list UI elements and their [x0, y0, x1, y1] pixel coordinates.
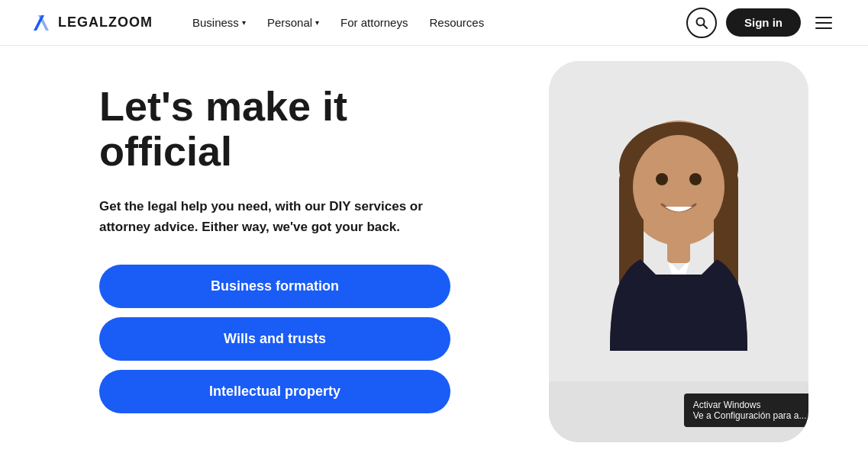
svg-point-10	[656, 173, 668, 185]
logo-text: LEGALZOOM	[58, 14, 153, 31]
activation-overlay: Activar Windows Ve a Configuración para …	[684, 394, 808, 427]
nav-for-attorneys[interactable]: For attorneys	[331, 10, 417, 35]
cta-buttons-group: Business formation Wills and trusts Inte…	[99, 265, 450, 413]
nav-resources[interactable]: Resources	[420, 10, 493, 35]
hero-title: Let's make it official	[99, 84, 458, 175]
svg-point-11	[689, 173, 702, 185]
wills-and-trusts-button[interactable]: Wills and trusts	[99, 317, 450, 361]
svg-rect-12	[667, 236, 690, 263]
intellectual-property-button[interactable]: Intellectual property	[99, 370, 450, 413]
attorney-photo-background: Activar Windows Ve a Configuración para …	[549, 61, 808, 442]
logo[interactable]: LEGALZOOM	[31, 12, 153, 34]
main-content: Let's make it official Get the legal hel…	[0, 46, 868, 469]
menu-line	[815, 17, 832, 18]
signin-button[interactable]: Sign in	[726, 8, 801, 37]
nav-business[interactable]: Business ▾	[183, 10, 255, 35]
hero-image-section: Activar Windows Ve a Configuración para …	[489, 46, 868, 469]
nav-actions: Sign in	[686, 8, 837, 38]
search-button[interactable]	[686, 8, 717, 38]
attorney-illustration	[549, 61, 808, 442]
search-icon	[695, 17, 708, 29]
hero-subtitle: Get the legal help you need, with our DI…	[99, 196, 450, 237]
chevron-down-icon: ▾	[315, 18, 319, 27]
activation-subtitle: Ve a Configuración para a...	[693, 410, 807, 421]
header: LEGALZOOM Business ▾ Personal ▾ For atto…	[0, 0, 868, 46]
main-nav: Business ▾ Personal ▾ For attorneys Reso…	[183, 10, 686, 35]
svg-line-3	[704, 24, 708, 28]
chevron-down-icon: ▾	[242, 18, 246, 27]
menu-line	[815, 22, 832, 24]
menu-line	[815, 27, 832, 29]
svg-point-9	[633, 135, 724, 239]
activation-title: Activar Windows	[693, 400, 807, 410]
business-formation-button[interactable]: Business formation	[99, 265, 450, 308]
hamburger-menu-button[interactable]	[810, 9, 837, 37]
logo-icon	[31, 12, 52, 34]
hero-section: Let's make it official Get the legal hel…	[0, 46, 489, 469]
attorney-photo-card: Activar Windows Ve a Configuración para …	[549, 61, 808, 442]
nav-personal[interactable]: Personal ▾	[258, 10, 328, 35]
